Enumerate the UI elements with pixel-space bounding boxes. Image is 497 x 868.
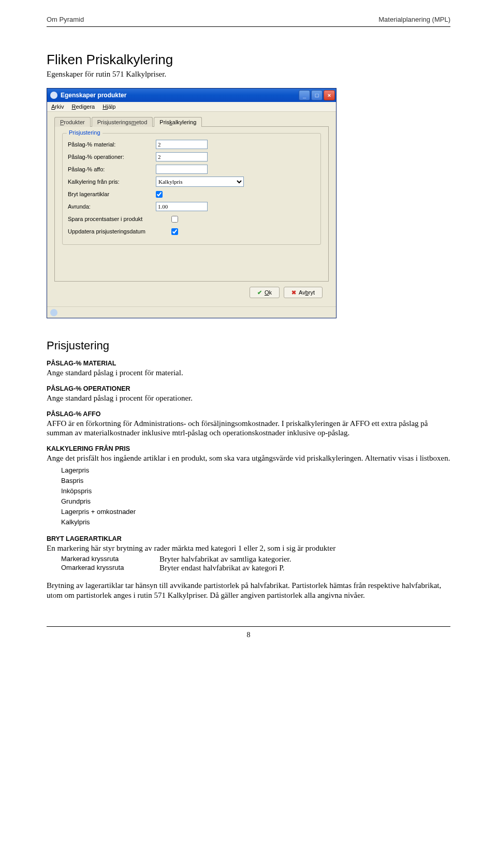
info-icon bbox=[50, 309, 57, 316]
heading-prisjustering: Prisjustering bbox=[47, 339, 450, 352]
tab-panel: Prisjustering Påslag-% material: Påslag-… bbox=[54, 126, 329, 282]
select-kalkylering-fran-pris[interactable]: Kalkylpris bbox=[156, 176, 244, 187]
list-item: Kalkylpris bbox=[61, 517, 450, 527]
window-title: Egenskaper produkter bbox=[61, 92, 126, 99]
list-item: Grundpris bbox=[61, 496, 450, 507]
input-paslag-material[interactable] bbox=[156, 140, 208, 149]
text-paslag-operationer: Ange standard påslag i procent för opera… bbox=[47, 393, 450, 403]
text-brytning-note: Brytning av lagerartiklar tar hänsyn til… bbox=[47, 581, 450, 600]
label-paslag-operationer: Påslag-% operationer: bbox=[68, 154, 156, 160]
titlebar[interactable]: Egenskaper produkter _ □ × bbox=[47, 89, 336, 102]
check-spara-procentsatser[interactable] bbox=[171, 216, 178, 223]
label-uppdatera-prisjusteringsdatum: Uppdatera prisjusteringsdatum bbox=[68, 228, 171, 234]
kv-val: Bryter halvfabrikat av samtliga kategori… bbox=[159, 555, 291, 564]
list-item: Inköpspris bbox=[61, 486, 450, 496]
kv-key: Omarkerad kryssruta bbox=[61, 564, 159, 572]
label-bryt-lagerartiklar: Bryt lagerartiklar bbox=[68, 191, 156, 197]
label-paslag-affo: Påslag-% affo: bbox=[68, 166, 156, 172]
tab-prisjusteringsmetod[interactable]: Prisjusteringsmetod bbox=[92, 117, 153, 127]
text-kalkylering-fran-pris: Ange det prisfält hos ingående artiklar … bbox=[47, 453, 450, 463]
minimize-button[interactable]: _ bbox=[299, 90, 310, 100]
cancel-button[interactable]: ✖ Avbryt bbox=[284, 287, 323, 298]
fieldset-prisjustering: Prisjustering Påslag-% material: Påslag-… bbox=[62, 133, 321, 245]
heading-kalkylering-fran-pris: KALKYLERING FRÅN PRIS bbox=[47, 445, 450, 452]
check-bryt-lagerartiklar[interactable] bbox=[156, 191, 163, 198]
menu-bar: Arkiv Redigera Hjälp bbox=[47, 102, 336, 112]
label-paslag-material: Påslag-% material: bbox=[68, 141, 156, 148]
heading-paslag-material: PÅSLAG-% MATERIAL bbox=[47, 360, 450, 367]
label-kalkylering-fran-pris: Kalkylering från pris: bbox=[68, 179, 156, 185]
input-paslag-affo[interactable] bbox=[156, 165, 208, 174]
page-number: 8 bbox=[247, 631, 251, 639]
label-spara-procentsatser: Spara procentsatser i produkt bbox=[68, 216, 171, 222]
heading-bryt-lagerartiklar: BRYT LAGERARTIKLAR bbox=[47, 535, 450, 542]
app-icon bbox=[50, 92, 57, 99]
maximize-button[interactable]: □ bbox=[311, 90, 323, 100]
tab-priskalkylering[interactable]: Priskalkylering bbox=[154, 117, 202, 127]
tab-strip: Produkter Prisjusteringsmetod Priskalkyl… bbox=[54, 117, 329, 127]
fieldset-legend: Prisjustering bbox=[67, 129, 103, 136]
menu-hjalp[interactable]: Hjälp bbox=[103, 104, 115, 110]
heading-paslag-operationer: PÅSLAG-% OPERATIONER bbox=[47, 385, 450, 392]
kv-val: Bryter endast halvfabrikat av kategori P… bbox=[159, 564, 285, 572]
header-left: Om Pyramid bbox=[47, 16, 84, 23]
dialog-window: Egenskaper produkter _ □ × Arkiv Rediger… bbox=[47, 88, 337, 318]
heading-paslag-affo: PÅSLAG-% AFFO bbox=[47, 410, 450, 418]
label-avrunda: Avrunda: bbox=[68, 203, 156, 210]
list-item: Lagerpris bbox=[61, 465, 450, 476]
menu-redigera[interactable]: Redigera bbox=[72, 104, 95, 110]
text-paslag-material: Ange standard påslag i procent för mater… bbox=[47, 368, 450, 378]
close-icon: ✖ bbox=[291, 289, 296, 296]
menu-arkiv[interactable]: Arkiv bbox=[51, 104, 64, 110]
input-paslag-operationer[interactable] bbox=[156, 152, 208, 161]
text-bryt-lagerartiklar: En markering här styr brytning av rader … bbox=[47, 543, 450, 553]
price-option-list: Lagerpris Baspris Inköpspris Grundpris L… bbox=[61, 465, 450, 528]
check-uppdatera-prisjusteringsdatum[interactable] bbox=[171, 228, 178, 235]
page-footer: 8 bbox=[47, 626, 450, 639]
text-paslag-affo: AFFO är en förkortning för Administratio… bbox=[47, 419, 450, 438]
header-right: Materialplanering (MPL) bbox=[378, 16, 450, 23]
check-icon: ✔ bbox=[257, 289, 262, 296]
close-button[interactable]: × bbox=[324, 90, 335, 100]
kv-key: Markerad kryssruta bbox=[61, 555, 159, 564]
input-avrunda[interactable] bbox=[156, 202, 208, 211]
kv-grid: Markerad kryssruta Bryter halvfabrikat a… bbox=[61, 555, 450, 572]
list-item: Baspris bbox=[61, 476, 450, 486]
section-title: Fliken Priskalkylering bbox=[47, 52, 450, 68]
kv-row: Markerad kryssruta Bryter halvfabrikat a… bbox=[61, 555, 450, 564]
section-subtitle: Egenskaper för rutin 571 Kalkylpriser. bbox=[47, 70, 450, 79]
ok-button[interactable]: ✔ Ok bbox=[250, 287, 280, 298]
tab-produkter[interactable]: Produkter bbox=[54, 117, 91, 127]
list-item: Lagerpris + omkostnader bbox=[61, 507, 450, 517]
page-header: Om Pyramid Materialplanering (MPL) bbox=[47, 16, 450, 27]
kv-row: Omarkerad kryssruta Bryter endast halvfa… bbox=[61, 564, 450, 572]
status-bar bbox=[47, 306, 336, 318]
